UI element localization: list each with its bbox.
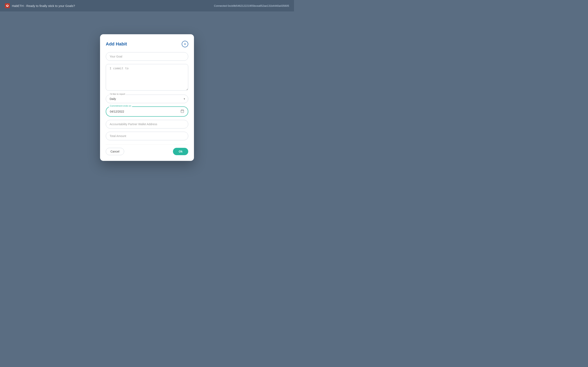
commit-textarea[interactable] xyxy=(106,64,188,91)
goal-input[interactable] xyxy=(106,52,188,61)
commitment-date-input[interactable] xyxy=(110,110,181,113)
modal-header: Add Habit × xyxy=(106,41,188,47)
commitment-date-field[interactable] xyxy=(106,106,188,117)
total-amount-field-container xyxy=(106,132,188,140)
commitment-ends-label: Commitment ends on xyxy=(109,105,132,107)
svg-rect-2 xyxy=(181,110,184,113)
commit-field-container xyxy=(106,64,188,91)
goal-field-container xyxy=(106,52,188,61)
report-select-container: I'd like to report Daily Weekly Monthly … xyxy=(106,95,188,103)
cancel-button[interactable]: Cancel xyxy=(106,148,124,155)
ok-button[interactable]: Ok xyxy=(173,148,188,155)
accountability-input[interactable] xyxy=(106,120,188,128)
close-button[interactable]: × xyxy=(182,41,188,47)
total-amount-input[interactable] xyxy=(106,132,188,140)
modal-footer: Cancel Ok xyxy=(106,144,188,155)
modal-backdrop: Add Habit × I'd like to report Daily Wee… xyxy=(0,11,294,184)
report-label: I'd like to report xyxy=(109,93,126,95)
modal-title: Add Habit xyxy=(106,42,127,47)
navbar-brand: HabETH - Ready to finally stick to your … xyxy=(5,3,75,8)
add-habit-modal: Add Habit × I'd like to report Daily Wee… xyxy=(100,34,194,161)
app-title: HabETH - Ready to finally stick to your … xyxy=(12,4,75,8)
commitment-date-container: Commitment ends on xyxy=(106,106,188,117)
navbar: HabETH - Ready to finally stick to your … xyxy=(0,0,294,11)
report-select[interactable]: Daily Weekly Monthly xyxy=(106,95,188,103)
connection-status: Connected 0xcb9b546212221955bcea652ae131… xyxy=(214,4,289,7)
calendar-icon xyxy=(181,109,184,114)
app-logo xyxy=(5,3,10,8)
page-background: Add Habit × I'd like to report Daily Wee… xyxy=(0,11,294,184)
accountability-field-container xyxy=(106,120,188,128)
